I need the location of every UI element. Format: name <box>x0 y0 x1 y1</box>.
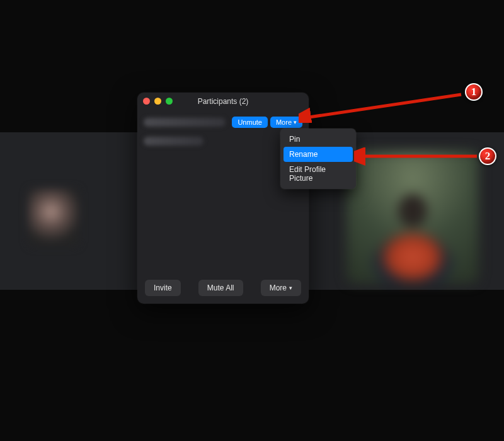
close-icon[interactable] <box>143 98 150 105</box>
minimize-icon[interactable] <box>154 98 161 105</box>
window-controls <box>143 98 173 105</box>
participant-more-button[interactable]: More ▾ <box>270 117 302 128</box>
more-label: More <box>270 284 287 292</box>
unmute-label: Unmute <box>238 118 262 126</box>
participant-name-redacted <box>144 118 226 127</box>
menu-item-rename[interactable]: Rename <box>284 147 353 162</box>
panel-titlebar: Participants (2) <box>137 93 309 109</box>
participant-name-redacted <box>144 137 203 146</box>
svg-line-0 <box>305 94 461 118</box>
menu-item-pin[interactable]: Pin <box>284 132 353 147</box>
menu-item-edit-profile-picture[interactable]: Edit Profile Picture <box>284 162 353 186</box>
participants-panel: Participants (2) Unmute More ▾ Invite Mu… <box>137 93 309 304</box>
mute-all-button[interactable]: Mute All <box>198 280 243 296</box>
chevron-down-icon: ▾ <box>289 285 292 291</box>
panel-bottom-bar: Invite Mute All More ▾ <box>137 273 309 304</box>
participant-row-actions: Unmute More ▾ <box>232 117 302 128</box>
participant-row[interactable] <box>144 132 302 151</box>
video-tile-remote[interactable] <box>346 151 479 284</box>
annotation-badge-1: 1 <box>465 83 483 101</box>
invite-label: Invite <box>154 284 172 292</box>
participant-row[interactable]: Unmute More ▾ <box>144 113 302 132</box>
panel-title: Participants (2) <box>198 96 249 106</box>
panel-more-button[interactable]: More ▾ <box>261 280 301 296</box>
invite-button[interactable]: Invite <box>145 280 181 296</box>
annotation-arrow-1 <box>299 85 475 123</box>
more-label: More <box>276 118 292 126</box>
annotation-badge-2: 2 <box>479 147 496 165</box>
chevron-down-icon: ▾ <box>294 119 297 125</box>
unmute-button[interactable]: Unmute <box>232 117 268 128</box>
maximize-icon[interactable] <box>166 98 173 105</box>
video-tile-self[interactable] <box>28 189 79 246</box>
participant-more-menu: Pin Rename Edit Profile Picture <box>280 129 356 189</box>
mute-all-label: Mute All <box>207 284 234 292</box>
